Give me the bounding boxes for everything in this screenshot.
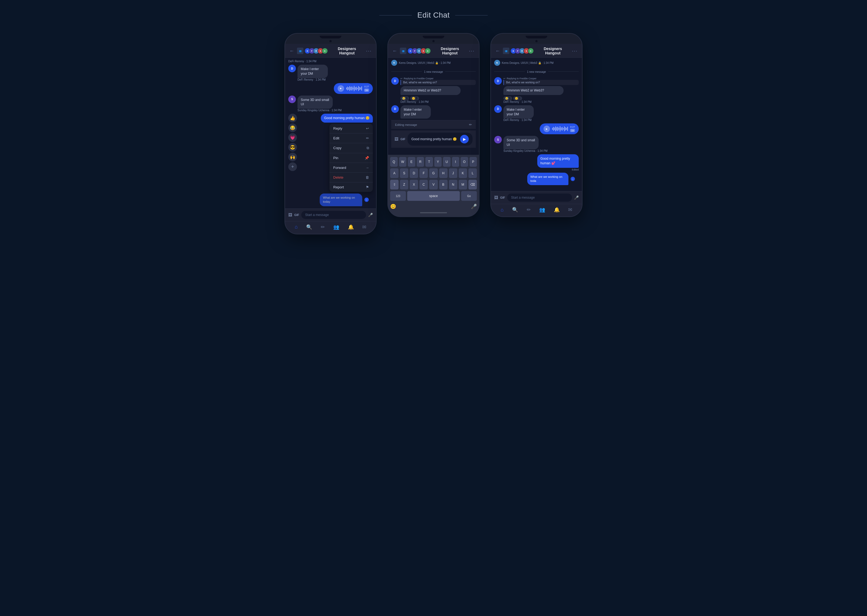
back-button-3[interactable]: ← bbox=[495, 48, 500, 54]
key-shift[interactable]: ⇧ bbox=[390, 180, 399, 189]
key-e[interactable]: E bbox=[408, 157, 415, 167]
message-input-box[interactable]: Start a message bbox=[301, 211, 366, 219]
back-button-2[interactable]: ← bbox=[393, 48, 397, 54]
key-z[interactable]: Z bbox=[400, 180, 408, 189]
emoji-picker-button[interactable]: 😊 bbox=[390, 204, 396, 209]
nav-search[interactable]: 🔍 bbox=[306, 224, 312, 230]
audio-speed-3: 1x bbox=[570, 129, 575, 132]
key-a[interactable]: A bbox=[390, 168, 399, 178]
emoji-heart[interactable]: 💗 bbox=[288, 133, 297, 142]
key-w[interactable]: W bbox=[399, 157, 407, 167]
outgoing-with-menu: 👍 😂 💗 😎 🙌 + Good morning pretty human 😊 … bbox=[288, 114, 373, 192]
menu-report[interactable]: Report ⚑ bbox=[329, 182, 373, 192]
nav-compose-3[interactable]: ✏ bbox=[527, 207, 531, 213]
gif-icon-3[interactable]: GIF bbox=[500, 196, 505, 199]
main-msg-3: Hmmmm Web2 or Web3? bbox=[503, 86, 564, 95]
menu-reply[interactable]: Reply ↩ bbox=[329, 124, 373, 134]
emoji-cool[interactable]: 😎 bbox=[288, 143, 297, 152]
reaction-laugh-3[interactable]: 😂 1 bbox=[503, 96, 512, 101]
key-go[interactable]: Go bbox=[461, 191, 477, 201]
reaction-laugh[interactable]: 😂 1 bbox=[400, 96, 409, 101]
key-x[interactable]: X bbox=[410, 180, 418, 189]
emoji-laugh[interactable]: 😂 bbox=[288, 123, 297, 132]
key-c[interactable]: C bbox=[419, 180, 428, 189]
sender-info-3: Kems Designs. UI/UX | Web3 🔒 · 1:34 PM bbox=[502, 61, 553, 64]
microphone-icon[interactable]: 🎤 bbox=[368, 213, 373, 217]
scroll-badge-3[interactable]: ↓ bbox=[571, 177, 575, 181]
avatar-stack-3: D F R S K bbox=[512, 48, 534, 54]
more-button[interactable]: ··· bbox=[366, 48, 372, 54]
key-i[interactable]: I bbox=[452, 157, 460, 167]
replying-to-3: Replying to Freddie Cooper bbox=[507, 77, 536, 80]
menu-copy[interactable]: Copy ⧉ bbox=[329, 143, 373, 153]
edit-input-box[interactable]: Good morning pretty human 😊 ▶ bbox=[407, 133, 473, 146]
edit-input-area: 🖼 GIF Good morning pretty human 😊 ▶ bbox=[391, 130, 476, 148]
group-icon-2: 👥 bbox=[400, 48, 407, 54]
key-p[interactable]: P bbox=[470, 157, 477, 167]
nav-messages[interactable]: ✉ bbox=[362, 224, 366, 230]
nav-home[interactable]: ⌂ bbox=[295, 224, 298, 230]
image-icon-2[interactable]: 🖼 bbox=[394, 137, 398, 141]
image-icon[interactable]: 🖼 bbox=[288, 213, 292, 217]
key-y[interactable]: Y bbox=[434, 157, 442, 167]
kb-row-3: ⇧ Z X C V B N M ⌫ bbox=[390, 180, 477, 189]
emoji-thumbs-up[interactable]: 👍 bbox=[288, 114, 297, 123]
header-line-right bbox=[455, 15, 488, 16]
play-button[interactable]: ▶ bbox=[337, 85, 344, 92]
key-t[interactable]: T bbox=[426, 157, 433, 167]
nav-contacts-3[interactable]: 👥 bbox=[539, 207, 545, 213]
more-button-3[interactable]: ··· bbox=[572, 48, 578, 54]
page-title: Edit Chat bbox=[417, 11, 450, 19]
key-v[interactable]: V bbox=[429, 180, 438, 189]
menu-delete[interactable]: Delete 🗑 bbox=[329, 173, 373, 182]
nav-notifications-3[interactable]: 🔔 bbox=[554, 207, 560, 213]
key-u[interactable]: U bbox=[443, 157, 451, 167]
key-l[interactable]: L bbox=[468, 168, 477, 178]
nav-messages-3[interactable]: ✉ bbox=[568, 207, 572, 213]
nav-search-3[interactable]: 🔍 bbox=[512, 207, 518, 213]
key-f[interactable]: F bbox=[419, 168, 428, 178]
editing-bar: Editing message ✏ bbox=[391, 120, 476, 129]
key-delete[interactable]: ⌫ bbox=[468, 180, 477, 189]
key-s[interactable]: S bbox=[400, 168, 408, 178]
reaction-smile-3[interactable]: 😊 1 bbox=[513, 96, 522, 101]
key-123[interactable]: 123 bbox=[390, 191, 406, 201]
scroll-down-badge[interactable]: ↓ bbox=[364, 198, 369, 202]
reaction-smile[interactable]: 😊 1 bbox=[410, 96, 419, 101]
key-m[interactable]: M bbox=[459, 180, 467, 189]
microphone-button[interactable]: 🎤 bbox=[471, 204, 477, 209]
key-b[interactable]: B bbox=[439, 180, 448, 189]
key-h[interactable]: H bbox=[439, 168, 448, 178]
nav-contacts[interactable]: 👥 bbox=[333, 224, 339, 230]
emoji-hands[interactable]: 🙌 bbox=[288, 152, 297, 161]
menu-edit[interactable]: Edit ✏ bbox=[329, 134, 373, 143]
menu-pin[interactable]: Pin 📌 bbox=[329, 153, 373, 163]
microphone-icon-3[interactable]: 🎤 bbox=[574, 195, 579, 200]
add-emoji-button[interactable]: + bbox=[288, 162, 297, 171]
key-n[interactable]: N bbox=[449, 180, 457, 189]
nav-compose[interactable]: ✏ bbox=[321, 224, 325, 230]
key-space[interactable]: space bbox=[407, 191, 460, 201]
edit-icon: ✏ bbox=[469, 123, 472, 127]
image-icon-3[interactable]: 🖼 bbox=[494, 195, 498, 200]
key-q[interactable]: Q bbox=[390, 157, 398, 167]
more-button-2[interactable]: ··· bbox=[469, 48, 474, 54]
key-k[interactable]: K bbox=[459, 168, 467, 178]
menu-forward[interactable]: Forward → bbox=[329, 163, 373, 173]
key-j[interactable]: J bbox=[449, 168, 457, 178]
nav-notifications[interactable]: 🔔 bbox=[348, 224, 354, 230]
key-r[interactable]: R bbox=[417, 157, 424, 167]
key-d[interactable]: D bbox=[410, 168, 418, 178]
gif-icon-2[interactable]: GIF bbox=[400, 137, 405, 141]
send-button[interactable]: ▶ bbox=[460, 135, 469, 143]
enter-dm-row-3: D Make I enter your DM DeFi Remmy · 1:34… bbox=[494, 105, 579, 122]
key-g[interactable]: G bbox=[429, 168, 438, 178]
reply-quote-3: Bet, what're we working on? bbox=[503, 80, 579, 85]
key-o[interactable]: O bbox=[460, 157, 468, 167]
play-button-3[interactable]: ▶ bbox=[544, 126, 550, 132]
input-placeholder-3: Start a message bbox=[511, 196, 534, 200]
message-input-box-3[interactable]: Start a message bbox=[507, 193, 572, 202]
back-button[interactable]: ← bbox=[289, 48, 294, 54]
gif-icon[interactable]: GIF bbox=[294, 213, 299, 217]
nav-home-3[interactable]: ⌂ bbox=[501, 207, 504, 213]
